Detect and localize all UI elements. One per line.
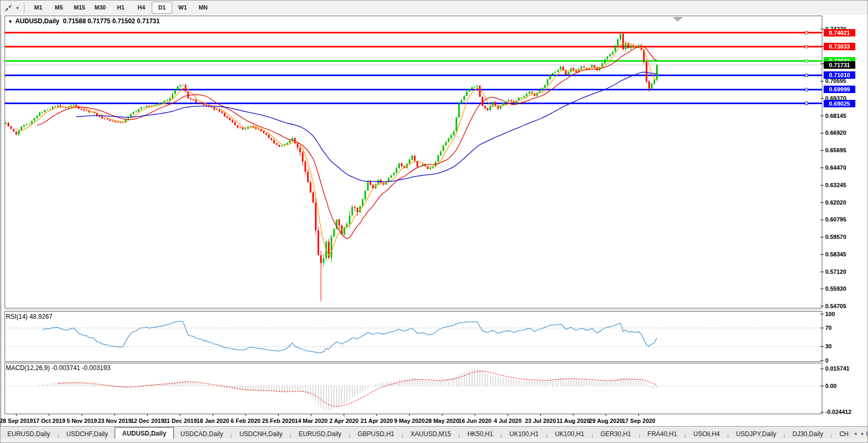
chart-symbol: AUDUSD,Daily (15, 17, 59, 25)
chart-tab-fra40-h1[interactable]: FRA40,H1 (641, 429, 684, 439)
price-level-badge: 0.69999 (824, 86, 855, 93)
rsi-axis-tick: 100 (825, 311, 866, 318)
tab-scroll-left-button[interactable]: ◄ (852, 430, 859, 438)
timeframe-button-h1[interactable]: H1 (110, 2, 131, 14)
macd-axis-tick: -0.024412 (825, 409, 866, 416)
chart-tab-hk50-h1[interactable]: HK50,H1 (461, 429, 500, 439)
dropdown-caret-icon[interactable]: ▾ (14, 5, 21, 11)
date-axis-tick: 17 Sep 2020 (615, 418, 662, 424)
chart-ohlc: 0.71588 0.71775 0.71502 0.71731 (63, 17, 160, 25)
timeframe-button-h4[interactable]: H4 (131, 2, 152, 14)
chart-tab-gbpusd-h1[interactable]: GBPUSD,H1 (351, 429, 401, 439)
mt4-window: ▾ M1M5M15M30H1H4D1W1MN ▼AUDUSD,Daily 0.7… (0, 0, 868, 443)
chart-tab-uk100-h1[interactable]: UK100,H1 (548, 429, 591, 439)
macd-axis-tick: 0.00 (825, 383, 866, 390)
price-axis-tick: 0.55930 (825, 285, 866, 292)
timeframe-button-m15[interactable]: M15 (69, 2, 90, 14)
chart-tab-usdcnh-daily[interactable]: USDCNH,Daily (232, 429, 289, 439)
chart-tab-uk100-h1[interactable]: UK100,H1 (502, 429, 545, 439)
chart-tab-usdjpy-daily[interactable]: USDJPY,Daily (729, 429, 783, 439)
chart-tab-xauusd-m15[interactable]: XAUUSD,M15 (404, 429, 458, 439)
timeframe-button-m30[interactable]: M30 (90, 2, 110, 14)
collapse-triangle-icon[interactable]: ▼ (8, 19, 13, 24)
chart-title: ▼AUDUSD,Daily 0.71588 0.71775 0.71502 0.… (8, 17, 160, 25)
timeframe-button-m5[interactable]: M5 (49, 2, 69, 14)
toolbar-grip[interactable] (24, 3, 25, 13)
price-axis-tick: 0.58345 (825, 251, 866, 258)
macd-axis-tick: 0.015741 (825, 365, 866, 372)
toolbar: ▾ M1M5M15M30H1H4D1W1MN (1, 1, 868, 15)
price-axis-tick: 0.57120 (825, 269, 866, 275)
tab-scroll-arrows: ◄► (848, 428, 866, 438)
price-level-badge: 0.74021 (824, 29, 855, 36)
timeframe-buttons: M1M5M15M30H1H4D1W1MN (28, 2, 213, 14)
price-axis-tick: 0.66920 (825, 130, 866, 136)
chart-tab-bar: EURUSD,Daily|USDCHF,DailyAUDUSD,DailyUSD… (1, 426, 868, 439)
price-level-badge: 0.73033 (824, 43, 855, 50)
timeframe-button-mn[interactable]: MN (193, 2, 213, 14)
macd-indicator-label: MACD(12,26,9) -0.003741 -0.003193 (6, 364, 110, 372)
chart-tab-usdchf-daily[interactable]: USDCHF,Daily (60, 429, 115, 439)
chart-tab-audusd-daily[interactable]: AUDUSD,Daily (115, 427, 173, 439)
price-axis-tick: 0.63245 (825, 182, 866, 189)
timeframe-button-m1[interactable]: M1 (28, 2, 49, 14)
price-level-badge: 0.71010 (824, 71, 855, 79)
rsi-indicator-label: RSI(14) 48.9267 (6, 313, 52, 320)
price-axis-tick: 0.54705 (825, 303, 866, 310)
chart-tab-eurusd-daily[interactable]: EURUSD,Daily (1, 429, 57, 439)
chart-tab-dj30-daily[interactable]: DJ30,Daily (786, 429, 830, 439)
chart-tab-usdcad-daily[interactable]: USDCAD,Daily (174, 429, 230, 439)
status-bar (1, 439, 868, 443)
chart-tab-usoil-h4[interactable]: USOil,H4 (686, 429, 726, 439)
price-axis-tick: 0.59570 (825, 234, 866, 241)
rsi-axis-tick: 0 (825, 357, 866, 364)
price-axis-tick: 0.68145 (825, 113, 866, 119)
pointer-tools-icon[interactable] (3, 3, 14, 13)
price-axis-tick: 0.65695 (825, 147, 866, 154)
price-axis-tick: 0.60795 (825, 216, 866, 223)
timeframe-button-w1[interactable]: W1 (172, 2, 193, 14)
current-price-badge: 0.71731 (824, 61, 855, 69)
chart-canvas[interactable] (2, 15, 868, 428)
price-axis-tick: 0.64470 (825, 164, 866, 171)
chart-tab-eurusd-daily[interactable]: EURUSD,Daily (292, 429, 348, 439)
rsi-axis-tick: 70 (825, 325, 866, 331)
rsi-axis-tick: 30 (825, 343, 866, 350)
timeframe-button-d1[interactable]: D1 (152, 2, 172, 14)
chart-region: ▼AUDUSD,Daily 0.71588 0.71775 0.71502 0.… (1, 15, 868, 426)
chart-tab-ger30-h1[interactable]: GER30,H1 (594, 429, 638, 439)
price-level-badge: 0.69025 (824, 100, 855, 107)
tab-scroll-right-button[interactable]: ► (859, 430, 866, 438)
price-axis-tick: 0.62020 (825, 199, 866, 206)
